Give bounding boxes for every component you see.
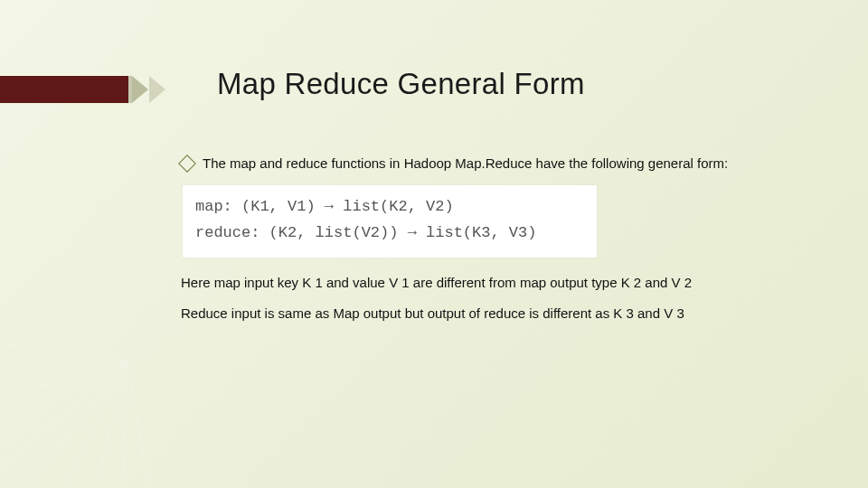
- title-ribbon: [0, 76, 148, 103]
- bullet-item: The map and reduce functions in Hadoop M…: [181, 154, 814, 173]
- paragraph-1: Here map input key K 1 and value V 1 are…: [181, 274, 814, 292]
- code-block: map: (K1, V1) → list(K2, V2) reduce: (K2…: [183, 185, 597, 258]
- code-line-reduce: reduce: (K2, list(V2)) → list(K3, V3): [195, 221, 584, 247]
- bullet-text: The map and reduce functions in Hadoop M…: [203, 154, 814, 173]
- slide-body: The map and reduce functions in Hadoop M…: [181, 154, 814, 335]
- paragraph-2: Reduce input is same as Map output but o…: [181, 305, 814, 323]
- slide-title: Map Reduce General Form: [217, 67, 585, 101]
- slide: Map Reduce General Form The map and redu…: [0, 0, 868, 488]
- diamond-bullet-icon: [178, 155, 196, 173]
- code-line-map: map: (K1, V1) → list(K2, V2): [195, 194, 584, 221]
